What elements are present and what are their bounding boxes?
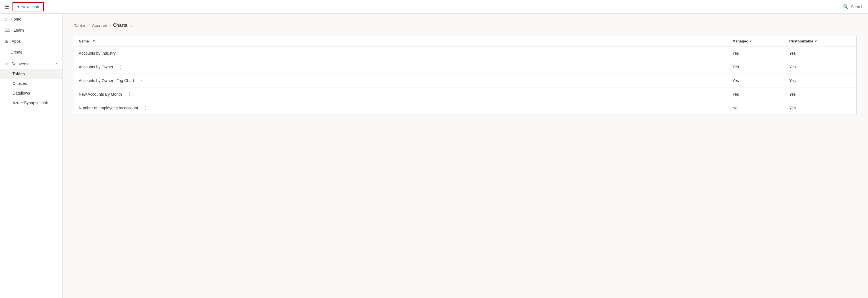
- sidebar: ⌂ Home 📖 Learn ⊞ Apps + Create ⊙ Dataver…: [0, 14, 63, 298]
- col-header-customizable[interactable]: Customizable ∨: [789, 39, 852, 43]
- hamburger-icon[interactable]: ☰: [5, 4, 9, 9]
- more-options-icon-1[interactable]: ⋮: [117, 63, 125, 70]
- table-row: Accounts by Owner - Tag Chart ⋮ Yes Yes: [74, 74, 856, 87]
- home-icon: ⌂: [5, 17, 7, 22]
- search-area[interactable]: 🔍 Search: [843, 4, 863, 9]
- breadcrumb-account[interactable]: Account: [92, 23, 107, 28]
- row-name-text-3: New Accounts By Month: [79, 92, 122, 97]
- sidebar-dataverse-section: ⊙ Dataverse ∧ Tables Choices Dataflows A…: [0, 59, 62, 108]
- row-managed-0: Yes: [733, 51, 789, 56]
- col-header-managed[interactable]: Managed ∨: [733, 39, 789, 43]
- row-name-4: Number of employees by account ⋮: [79, 105, 733, 111]
- sidebar-item-create[interactable]: + Create: [0, 47, 62, 58]
- row-name-0: Accounts by Industry ⋮: [79, 50, 733, 56]
- sort-asc-icon: ↑: [90, 39, 92, 43]
- row-name-3: New Accounts By Month ⋮: [79, 91, 733, 98]
- row-name-1: Accounts by Owner ⋮: [79, 63, 733, 70]
- row-managed-2: Yes: [733, 78, 789, 83]
- row-managed-4: No: [733, 106, 789, 110]
- create-icon: +: [5, 50, 7, 55]
- col-managed-label: Managed: [733, 39, 748, 43]
- new-chart-label: New chart: [21, 5, 39, 9]
- breadcrumb-dropdown-icon[interactable]: ∨: [130, 23, 133, 27]
- row-customizable-3: Yes: [789, 92, 852, 97]
- breadcrumb-separator-2: ›: [110, 23, 111, 27]
- sidebar-dataverse-header[interactable]: ⊙ Dataverse ∧: [0, 59, 62, 69]
- row-name-text-2: Accounts by Owner - Tag Chart: [79, 78, 134, 83]
- create-label: Create: [10, 50, 23, 54]
- table-row: New Accounts By Month ⋮ Yes Yes: [74, 87, 856, 101]
- row-name-2: Accounts by Owner - Tag Chart ⋮: [79, 77, 733, 84]
- row-customizable-0: Yes: [789, 51, 852, 56]
- toolbar-left: ☰ + New chart: [5, 2, 44, 11]
- filter-managed-icon: ∨: [749, 39, 752, 43]
- content-area: Tables › Account › Charts ∨ Name ↑ ∨ Man…: [63, 14, 868, 298]
- filter-name-icon: ∨: [93, 39, 95, 43]
- breadcrumb-separator-1: ›: [88, 23, 90, 27]
- row-managed-3: Yes: [733, 92, 789, 97]
- row-name-text-0: Accounts by Industry: [79, 51, 116, 56]
- sidebar-item-azure-synapse[interactable]: Azure Synapse Link: [0, 98, 62, 108]
- more-options-icon-2[interactable]: ⋮: [137, 77, 145, 84]
- table-row: Accounts by Owner ⋮ Yes Yes: [74, 60, 856, 74]
- search-label: Search: [851, 5, 863, 9]
- table-header: Name ↑ ∨ Managed ∨ Customizable ∨: [74, 36, 856, 47]
- sidebar-item-dataflows[interactable]: Dataflows: [0, 88, 62, 98]
- main-layout: ⌂ Home 📖 Learn ⊞ Apps + Create ⊙ Dataver…: [0, 14, 868, 298]
- new-chart-button[interactable]: + New chart: [12, 2, 44, 11]
- chevron-up-icon: ∧: [55, 62, 58, 66]
- learn-icon: 📖: [5, 27, 10, 33]
- dataverse-label: Dataverse: [11, 61, 30, 66]
- more-options-icon-0[interactable]: ⋮: [119, 50, 127, 56]
- row-customizable-2: Yes: [789, 78, 852, 83]
- breadcrumb: Tables › Account › Charts ∨: [74, 23, 857, 28]
- table-row: Accounts by Industry ⋮ Yes Yes: [74, 47, 856, 60]
- more-options-icon-3[interactable]: ⋮: [125, 91, 133, 98]
- plus-icon: +: [17, 4, 20, 9]
- search-icon: 🔍: [843, 4, 849, 9]
- sidebar-item-home[interactable]: ⌂ Home: [0, 14, 62, 25]
- filter-customizable-icon: ∨: [814, 39, 817, 43]
- sidebar-item-choices[interactable]: Choices: [0, 79, 62, 88]
- apps-icon: ⊞: [5, 38, 8, 44]
- row-name-text-1: Accounts by Owner: [79, 65, 113, 69]
- home-label: Home: [11, 17, 21, 21]
- col-customizable-label: Customizable: [789, 39, 813, 43]
- learn-label: Learn: [14, 28, 24, 32]
- row-managed-1: Yes: [733, 65, 789, 69]
- breadcrumb-tables[interactable]: Tables: [74, 23, 86, 28]
- row-customizable-4: Yes: [789, 106, 852, 110]
- sidebar-item-learn[interactable]: 📖 Learn: [0, 25, 62, 36]
- dataverse-icon: ⊙: [5, 61, 8, 66]
- sidebar-item-apps[interactable]: ⊞ Apps: [0, 36, 62, 47]
- col-name-label: Name: [79, 39, 89, 43]
- charts-table: Name ↑ ∨ Managed ∨ Customizable ∨ Accoun…: [74, 36, 857, 115]
- sidebar-item-tables[interactable]: Tables: [0, 69, 62, 79]
- apps-label: Apps: [12, 39, 21, 44]
- table-row: Number of employees by account ⋮ No Yes: [74, 101, 856, 114]
- row-customizable-1: Yes: [789, 65, 852, 69]
- more-options-icon-4[interactable]: ⋮: [142, 105, 150, 111]
- row-name-text-4: Number of employees by account: [79, 106, 138, 110]
- breadcrumb-charts: Charts: [113, 23, 128, 28]
- toolbar: ☰ + New chart 🔍 Search: [0, 0, 868, 14]
- col-header-name[interactable]: Name ↑ ∨: [79, 39, 733, 43]
